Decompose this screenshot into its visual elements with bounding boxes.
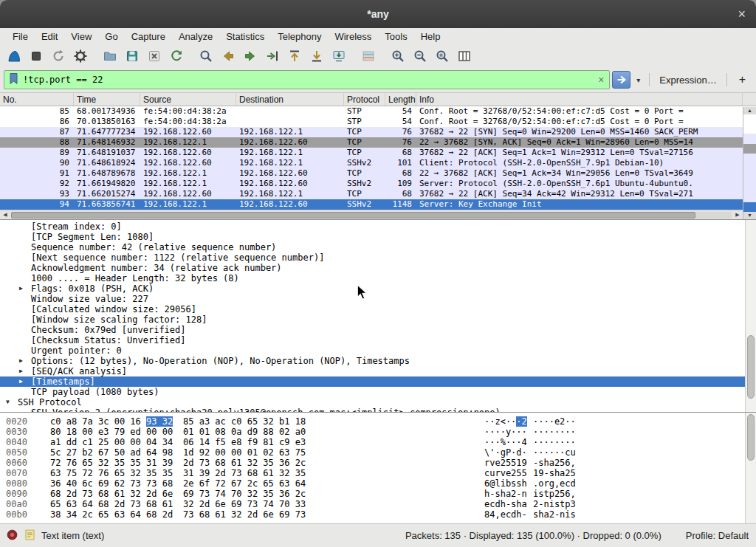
- details-scroll-thumb[interactable]: [747, 335, 755, 399]
- reload-capture-file-button[interactable]: [165, 47, 188, 67]
- expander-closed-icon[interactable]: ▶: [19, 366, 31, 376]
- packet-row-87[interactable]: 8771.647777234192.168.122.60192.168.122.…: [0, 127, 756, 137]
- hex-row-0070[interactable]: 007063 75 72 76 65 32 35 3531 39 2d 73 6…: [0, 468, 756, 478]
- hex-row-0020[interactable]: 0020c0 a8 7a 3c 00 16 93 3285 a3 ac c0 6…: [0, 416, 756, 427]
- hscroll-trough[interactable]: [11, 212, 732, 219]
- hex-row-0050[interactable]: 00505c 27 b2 67 50 ad 64 981d 92 00 00 0…: [0, 447, 756, 458]
- close-window-button[interactable]: ×: [738, 7, 746, 21]
- minimap-strip[interactable]: [743, 114, 756, 212]
- expander-open-icon[interactable]: ▼: [6, 397, 18, 407]
- column-header-destination[interactable]: Destination: [236, 93, 344, 106]
- hscroll-thumb[interactable]: [11, 212, 695, 219]
- detail-line[interactable]: 1000 .... = Header Length: 32 bytes (8): [0, 273, 756, 283]
- menu-help[interactable]: Help: [414, 30, 447, 44]
- packet-row-86[interactable]: 8670.013850163fe:54:00:d4:38:2aSTP54Conf…: [0, 117, 756, 127]
- detail-line[interactable]: ▶Options: (12 bytes), No-Operation (NOP)…: [0, 356, 756, 366]
- filter-text[interactable]: !tcp.port == 22: [23, 75, 593, 85]
- hex-row-0090[interactable]: 009068 2d 73 68 61 32 2d 6e69 73 74 70 3…: [0, 489, 756, 499]
- resize-columns-button[interactable]: [453, 47, 475, 67]
- menu-wireless[interactable]: Wireless: [328, 30, 378, 44]
- auto-scroll-toggle-button[interactable]: [328, 47, 350, 67]
- menu-telephony[interactable]: Telephony: [271, 30, 328, 44]
- detail-line[interactable]: [Next sequence number: 1122 (relative se…: [0, 252, 756, 263]
- status-profile[interactable]: Profile: Default: [686, 530, 749, 541]
- detail-line[interactable]: ▶Flags: 0x018 (PSH, ACK): [0, 283, 756, 294]
- display-filter-input[interactable]: !tcp.port == 22 ×: [4, 70, 610, 89]
- detail-line[interactable]: Checksum: 0x79ed [unverified]: [0, 325, 756, 335]
- go-back-button[interactable]: [217, 47, 239, 67]
- packet-row-88[interactable]: 8871.648146932192.168.122.1192.168.122.6…: [0, 137, 756, 148]
- scroll-down-icon[interactable]: ▼: [743, 212, 756, 219]
- detail-line[interactable]: Urgent pointer: 0: [0, 345, 756, 356]
- clear-filter-icon[interactable]: ×: [597, 74, 605, 86]
- filter-bookmark-icon[interactable]: [8, 72, 19, 88]
- scroll-up-icon[interactable]: ▲: [743, 107, 756, 114]
- column-header-protocol[interactable]: Protocol: [344, 93, 385, 106]
- expression-button[interactable]: Expression…: [655, 75, 721, 86]
- column-header-length[interactable]: Length: [385, 93, 416, 106]
- column-header-source[interactable]: Source: [140, 93, 236, 106]
- column-header-time[interactable]: Time: [74, 93, 140, 106]
- menu-analyze[interactable]: Analyze: [172, 30, 219, 44]
- detail-line[interactable]: Window size value: 227: [0, 294, 756, 304]
- packet-row-92[interactable]: 9271.661949820192.168.122.1192.168.122.6…: [0, 179, 756, 189]
- detail-line[interactable]: TCP payload (1080 bytes): [0, 387, 756, 397]
- bytes-scrollbar[interactable]: [745, 413, 756, 523]
- bytes-scroll-thumb[interactable]: [747, 414, 755, 461]
- packet-row-94[interactable]: 9471.663856741192.168.122.1192.168.122.6…: [0, 199, 756, 210]
- detail-line[interactable]: [Checksum Status: Unverified]: [0, 335, 756, 345]
- scroll-right-icon[interactable]: ▶: [732, 212, 743, 218]
- find-packet-button[interactable]: [195, 47, 217, 67]
- menu-view[interactable]: View: [64, 30, 98, 44]
- packet-list-minimap-scrollbar[interactable]: ▲ ▼: [743, 107, 756, 219]
- hex-row-0040[interactable]: 0040a1 dd c1 25 00 00 04 3406 14 f5 e8 f…: [0, 437, 756, 447]
- detail-line[interactable]: ▼SSH Protocol: [0, 397, 756, 407]
- menu-go[interactable]: Go: [98, 30, 124, 44]
- stop-capture-button[interactable]: [25, 47, 47, 67]
- menu-file[interactable]: File: [6, 30, 35, 44]
- close-capture-file-button[interactable]: [143, 47, 165, 67]
- detail-line[interactable]: [Stream index: 0]: [0, 221, 756, 232]
- expander-closed-icon[interactable]: ▶: [19, 283, 31, 294]
- detail-line[interactable]: Acknowledgment number: 34 (relative ack …: [0, 263, 756, 273]
- add-filter-button[interactable]: +: [732, 73, 752, 86]
- detail-line[interactable]: [Window size scaling factor: 128]: [0, 314, 756, 325]
- go-last-packet-button[interactable]: [306, 47, 328, 67]
- go-first-packet-button[interactable]: [284, 47, 306, 67]
- colorize-toggle-button[interactable]: [357, 47, 379, 67]
- detail-line[interactable]: Sequence number: 42 (relative sequence n…: [0, 242, 756, 252]
- menu-tools[interactable]: Tools: [378, 30, 413, 44]
- hex-row-0030[interactable]: 003080 18 00 e3 79 ed 00 0001 01 08 0a d…: [0, 427, 756, 437]
- start-capture-button[interactable]: [3, 47, 25, 67]
- open-capture-file-button[interactable]: [99, 47, 121, 67]
- filter-history-dropdown[interactable]: ▾: [633, 76, 644, 84]
- detail-line[interactable]: [TCP Segment Len: 1080]: [0, 232, 756, 242]
- column-header-no[interactable]: No.: [0, 93, 74, 106]
- save-capture-file-button[interactable]: [121, 47, 143, 67]
- restart-capture-button[interactable]: [47, 47, 69, 67]
- details-scrollbar[interactable]: [745, 220, 756, 412]
- detail-line[interactable]: ▶[SEQ/ACK analysis]: [0, 366, 756, 376]
- packet-row-91[interactable]: 9171.648789678192.168.122.1192.168.122.6…: [0, 168, 756, 179]
- expander-closed-icon[interactable]: ▶: [19, 376, 31, 387]
- zoom-original-button[interactable]: [431, 47, 453, 67]
- go-forward-button[interactable]: [239, 47, 261, 67]
- zoom-out-button[interactable]: [409, 47, 431, 67]
- hex-row-00b0[interactable]: 00b038 34 2c 65 63 64 68 2d73 68 61 32 2…: [0, 509, 756, 520]
- scroll-left-icon[interactable]: ◀: [0, 212, 10, 218]
- detail-line[interactable]: [Calculated window size: 29056]: [0, 304, 756, 314]
- packet-row-85[interactable]: 8568.001734936fe:54:00:d4:38:2aSTP54Conf…: [0, 106, 756, 117]
- menu-edit[interactable]: Edit: [35, 30, 64, 44]
- apply-filter-button[interactable]: [612, 71, 630, 89]
- menu-statistics[interactable]: Statistics: [219, 30, 271, 44]
- detail-line[interactable]: ▶[Timestamps]: [0, 376, 756, 387]
- packet-list-hscrollbar[interactable]: ◀ ▶: [0, 210, 743, 219]
- packet-row-90[interactable]: 9071.648618924192.168.122.60192.168.122.…: [0, 158, 756, 168]
- hex-row-0080[interactable]: 008036 40 6c 69 62 73 73 682e 6f 72 67 2…: [0, 478, 756, 489]
- go-to-packet-button[interactable]: [261, 47, 284, 67]
- expander-closed-icon[interactable]: ▶: [19, 356, 31, 366]
- zoom-in-button[interactable]: [387, 47, 409, 67]
- hex-row-00a0[interactable]: 00a065 63 64 68 2d 73 68 6132 2d 6e 69 7…: [0, 499, 756, 509]
- capture-comment-icon[interactable]: [24, 529, 36, 543]
- packet-row-93[interactable]: 9371.662015274192.168.122.60192.168.122.…: [0, 189, 756, 199]
